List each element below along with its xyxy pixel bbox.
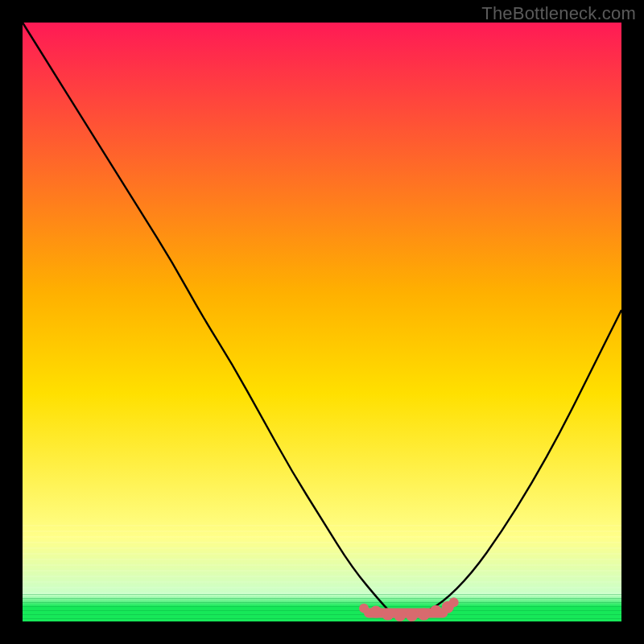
- marker-dot: [394, 609, 406, 621]
- watermark-text: TheBottleneck.com: [481, 3, 636, 24]
- plot-area: [23, 23, 621, 621]
- chart-frame: TheBottleneck.com: [0, 0, 644, 644]
- marker-dot: [406, 609, 418, 621]
- marker-dot: [418, 609, 430, 621]
- marker-dot: [430, 605, 442, 617]
- marker-dot: [369, 606, 382, 618]
- curve-layer: [23, 23, 621, 621]
- marker-dot: [382, 609, 394, 621]
- marker-dot: [449, 597, 459, 607]
- marker-dot: [359, 604, 369, 613]
- bottleneck-curve: [23, 23, 621, 616]
